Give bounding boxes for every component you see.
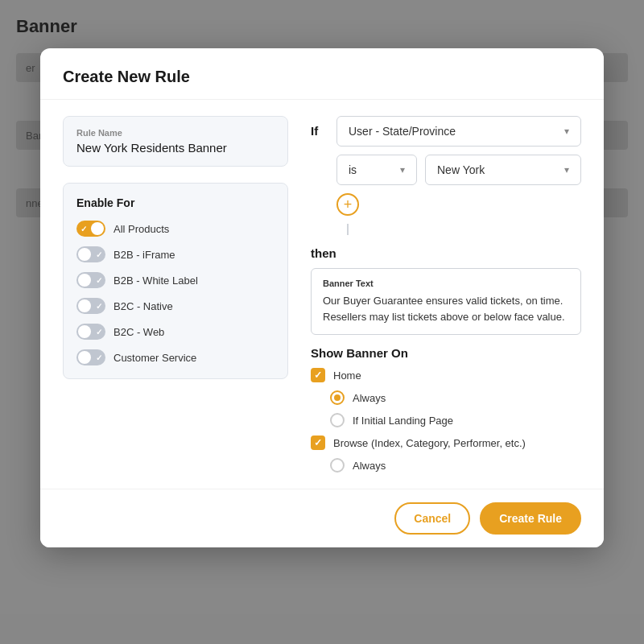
condition-value: User - State/Province xyxy=(349,125,456,138)
toggle-customer-service[interactable]: ✓ xyxy=(76,349,105,365)
toggle-b2b-iframe[interactable]: ✓ xyxy=(76,246,105,262)
toggle-row-b2b-iframe: ✓ B2B - iFrame xyxy=(76,246,275,262)
toggle-row-all-products: ✓ All Products xyxy=(76,221,275,237)
show-banner-section: Show Banner On ✓ Home Always xyxy=(311,346,581,473)
chevron-down-icon-2: ▾ xyxy=(400,164,405,175)
toggle-row-customer-service: ✓ Customer Service xyxy=(76,349,275,365)
enable-for-section: Enable For ✓ All Products ✓ xyxy=(63,183,288,379)
toggle-check-icon: ✓ xyxy=(80,225,87,233)
toggle-row-b2c-web: ✓ B2C - Web xyxy=(76,324,275,340)
cancel-button[interactable]: Cancel xyxy=(394,502,470,535)
right-panel: If User - State/Province ▾ is ▾ xyxy=(311,116,581,473)
connector-line xyxy=(347,224,349,235)
chevron-down-icon: ▾ xyxy=(564,126,569,137)
banner-text-content[interactable]: Our Buyer Guarantee ensures valid ticket… xyxy=(323,293,569,324)
checkbox-row-browse: ✓ Browse (Index, Category, Performer, et… xyxy=(311,436,581,450)
toggle-knob-6 xyxy=(78,351,91,364)
then-label: then xyxy=(311,246,581,260)
checkbox-home-label: Home xyxy=(333,369,361,382)
operator-value: is xyxy=(349,163,357,176)
rule-name-value: New York Residents Banner xyxy=(76,141,275,155)
state-value: New York xyxy=(437,163,485,176)
modal-footer: Cancel Create Rule xyxy=(40,489,604,547)
checkbox-browse-label: Browse (Index, Category, Performer, etc.… xyxy=(333,437,526,449)
operator-value-row: is ▾ New York ▾ xyxy=(336,155,581,185)
condition-dropdown[interactable]: User - State/Province ▾ xyxy=(336,116,581,147)
radio-dot xyxy=(334,394,341,401)
toggle-knob-4 xyxy=(78,299,91,312)
toggle-check-icon-4: ✓ xyxy=(96,302,102,311)
checkbox-home[interactable]: ✓ xyxy=(311,368,325,382)
enable-for-title: Enable For xyxy=(76,196,275,209)
create-rule-modal: Create New Rule Rule Name New York Resid… xyxy=(40,48,604,547)
then-section: then Banner Text Our Buyer Guarantee ens… xyxy=(311,246,581,335)
add-condition-row: + xyxy=(336,193,581,216)
toggle-label-all-products: All Products xyxy=(114,223,169,235)
toggle-label-b2c-web: B2C - Web xyxy=(114,326,164,338)
toggle-check-icon-6: ✓ xyxy=(96,353,102,362)
radio-row-browse-always: Always xyxy=(311,458,581,473)
checkbox-browse[interactable]: ✓ xyxy=(311,436,325,450)
toggle-b2c-web[interactable]: ✓ xyxy=(76,324,105,340)
toggle-row-b2c-native: ✓ B2C - Native xyxy=(76,298,275,314)
toggle-knob-3 xyxy=(78,274,91,287)
radio-always-label: Always xyxy=(353,392,386,404)
radio-browse-always[interactable] xyxy=(330,458,345,473)
radio-row-landing: If Initial Landing Page xyxy=(311,413,581,427)
check-icon: ✓ xyxy=(314,369,322,381)
modal-header: Create New Rule xyxy=(40,48,604,100)
toggle-b2c-native[interactable]: ✓ xyxy=(76,298,105,314)
if-label: If xyxy=(311,116,327,138)
radio-landing-label: If Initial Landing Page xyxy=(353,415,453,427)
show-banner-title: Show Banner On xyxy=(311,346,581,360)
create-rule-button[interactable]: Create Rule xyxy=(480,502,581,535)
toggle-knob xyxy=(91,222,104,235)
value-dropdown[interactable]: New York ▾ xyxy=(425,155,581,185)
toggle-row-b2b-white: ✓ B2B - White Label xyxy=(76,272,275,288)
left-panel: Rule Name New York Residents Banner Enab… xyxy=(63,116,288,473)
radio-browse-always-label: Always xyxy=(353,460,386,472)
toggle-label-b2c-native: B2C - Native xyxy=(114,300,173,312)
toggle-knob-5 xyxy=(78,325,91,338)
toggle-knob-2 xyxy=(78,248,91,261)
chevron-down-icon-3: ▾ xyxy=(564,164,569,175)
toggle-label-b2b-white: B2B - White Label xyxy=(114,275,198,287)
toggle-b2b-white[interactable]: ✓ xyxy=(76,272,105,288)
toggle-all-products[interactable]: ✓ xyxy=(76,221,105,237)
rule-name-label: Rule Name xyxy=(76,128,275,138)
toggle-check-icon-5: ✓ xyxy=(96,328,102,336)
toggle-check-icon-3: ✓ xyxy=(96,276,102,285)
toggle-check-icon-2: ✓ xyxy=(96,250,102,259)
modal-body: Rule Name New York Residents Banner Enab… xyxy=(40,100,604,489)
toggle-label-customer-service: Customer Service xyxy=(114,352,196,364)
banner-text-box: Banner Text Our Buyer Guarantee ensures … xyxy=(311,268,581,335)
modal-overlay: Create New Rule Rule Name New York Resid… xyxy=(0,0,644,644)
operator-dropdown[interactable]: is ▾ xyxy=(336,155,417,185)
if-controls: User - State/Province ▾ is ▾ New York xyxy=(336,116,581,235)
add-condition-button[interactable]: + xyxy=(336,193,359,216)
toggle-label-b2b-iframe: B2B - iFrame xyxy=(114,249,175,261)
if-section: If User - State/Province ▾ is ▾ xyxy=(311,116,581,235)
rule-name-box: Rule Name New York Residents Banner xyxy=(63,116,288,167)
checkbox-row-home: ✓ Home xyxy=(311,368,581,382)
radio-always[interactable] xyxy=(330,390,345,405)
radio-landing[interactable] xyxy=(330,413,345,427)
modal-title: Create New Rule xyxy=(63,68,581,86)
check-icon-2: ✓ xyxy=(314,437,322,448)
banner-text-label: Banner Text xyxy=(323,279,569,288)
radio-row-always: Always xyxy=(311,390,581,405)
